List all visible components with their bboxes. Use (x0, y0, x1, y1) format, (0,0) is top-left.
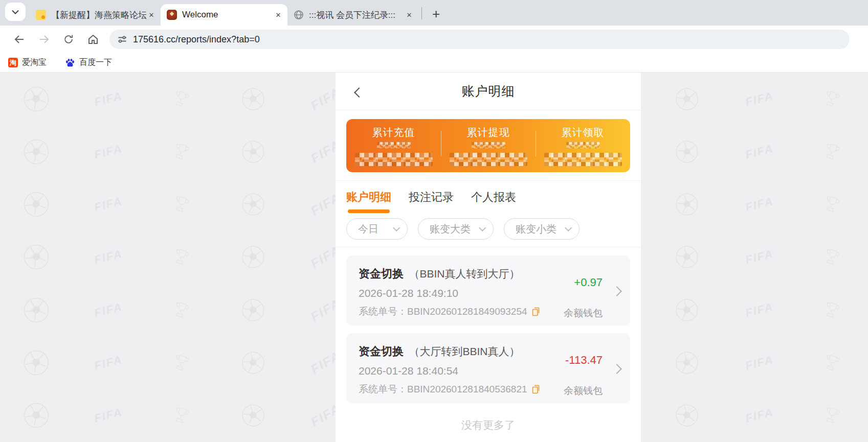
watermark-icon (18, 187, 54, 222)
watermark-icon (170, 193, 191, 216)
watermark-icon (821, 351, 842, 375)
copy-icon[interactable] (532, 307, 540, 316)
no-more-text: 没有更多了 (346, 418, 630, 432)
globe-favicon-icon (294, 10, 304, 20)
browser-tab-welcome[interactable]: Welcome ✕ (161, 4, 287, 26)
watermark-icon: FIFA (744, 300, 775, 320)
content-tabs: 账户明细 投注记录 个人报表 (346, 181, 630, 213)
page-back-button[interactable] (352, 86, 365, 99)
bookmark-baidu[interactable]: 百度一下 (65, 57, 112, 68)
transaction-amount: +0.97 (574, 276, 603, 289)
watermark-icon (170, 246, 191, 269)
tab-title: :::视讯 会员下注纪录::: (309, 9, 404, 21)
site-settings-icon[interactable] (118, 35, 127, 44)
summary-section: 累计充值 累计提现 累计领取 (336, 110, 641, 181)
chevron-down-icon (393, 224, 400, 231)
new-tab-button[interactable]: + (427, 6, 445, 21)
watermark-icon: FIFA (93, 89, 124, 109)
summary-card: 累计充值 累计提现 累计领取 (346, 119, 630, 172)
order-label: 系统单号： (359, 305, 407, 318)
watermark-icon (170, 298, 191, 322)
summary-label: 累计提现 (441, 126, 536, 139)
browser-tab-records[interactable]: :::视讯 会员下注纪录::: ✕ (287, 4, 418, 26)
watermark-icon (170, 87, 191, 111)
watermark-icon: FIFA (93, 142, 124, 162)
tab-search-button[interactable] (5, 3, 26, 21)
arrow-left-icon (13, 33, 26, 45)
taobao-icon: 淘 (8, 58, 18, 67)
transaction-detail: （大厅转到BBIN真人） (409, 345, 520, 357)
transaction-row[interactable]: 资金切换 （大厅转到BBIN真人） 2026-01-28 18:40:54 系统… (346, 333, 630, 404)
censored-value-mosaic (472, 142, 505, 148)
censored-value-mosaic (355, 153, 433, 166)
watermark-icon (18, 134, 54, 170)
watermark-icon (673, 348, 702, 377)
watermark-icon (673, 296, 702, 324)
watermark-icon (673, 137, 702, 166)
watermark-icon: FIFA (93, 247, 124, 267)
close-icon[interactable]: ✕ (273, 10, 283, 20)
transaction-datetime: 2026-01-28 18:49:10 (359, 287, 564, 299)
watermark-icon (821, 140, 842, 164)
watermark-icon: FIFA (744, 195, 775, 215)
watermark-icon (821, 404, 842, 428)
tabs-section: 账户明细 投注记录 个人报表 今日 账变大类 账变小类 (336, 181, 641, 247)
tab-account-detail[interactable]: 账户明细 (346, 190, 391, 213)
close-icon[interactable]: ✕ (404, 10, 414, 20)
tab-bet-records[interactable]: 投注记录 (409, 190, 454, 213)
home-button[interactable] (81, 30, 105, 49)
summary-deposit: 累计充值 (346, 126, 441, 172)
watermark-icon: FIFA (744, 142, 775, 162)
address-bar[interactable]: 175616.cc/reports/index?tab=0 (109, 30, 850, 49)
watermark-icon (18, 81, 54, 117)
transaction-amount-block: -113.47 余额钱包 (564, 344, 603, 393)
filter-major-category-dropdown[interactable]: 账变大类 (418, 218, 494, 240)
home-icon (87, 33, 99, 45)
watermark-icon (18, 292, 54, 328)
transaction-list: 资金切换 （BBIN真人转到大厅） 2026-01-28 18:49:10 系统… (336, 247, 641, 432)
watermark-icon: FIFA (744, 247, 775, 267)
filter-date-dropdown[interactable]: 今日 (346, 218, 408, 240)
chevron-down-icon (12, 10, 19, 14)
watermark-icon: FIFA (744, 406, 775, 426)
watermark-icon (239, 137, 268, 166)
watermark-icon (239, 296, 268, 324)
filter-label: 今日 (358, 222, 379, 236)
watermark-icon (673, 243, 702, 272)
transaction-amount-block: +0.97 余额钱包 (564, 266, 603, 316)
watermark-icon: FIFA (93, 195, 124, 215)
forward-button[interactable] (32, 30, 56, 49)
watermark-icon (673, 85, 702, 113)
censored-value-mosaic (566, 142, 600, 148)
tab-title: 【新提醒】海燕策略论坛 - 综合 (51, 9, 146, 21)
browser-tab-forum[interactable]: 【新提醒】海燕策略论坛 - 综合 ✕ (30, 4, 161, 26)
reload-icon (63, 34, 74, 45)
bookmark-label: 爱淘宝 (22, 57, 47, 68)
account-detail-panel: 账户明细 累计充值 累计提现 累计领取 (336, 73, 641, 442)
chevron-right-icon[interactable] (611, 285, 623, 297)
watermark-icon (821, 193, 842, 216)
reload-button[interactable] (56, 30, 81, 49)
filter-minor-category-dropdown[interactable]: 账变小类 (504, 218, 580, 240)
wallet-label: 余额钱包 (564, 384, 603, 398)
bookmark-taobao[interactable]: 淘 爱淘宝 (8, 57, 47, 68)
watermark-icon (821, 298, 842, 322)
watermark-icon (673, 190, 702, 219)
back-button[interactable] (7, 30, 32, 49)
watermark-icon (239, 348, 268, 377)
chevron-right-icon[interactable] (611, 363, 623, 375)
watermark-icon: FIFA (93, 353, 124, 373)
baidu-paw-icon (65, 58, 75, 68)
tab-title: Welcome (182, 10, 273, 20)
transaction-row[interactable]: 资金切换 （BBIN真人转到大厅） 2026-01-28 18:49:10 系统… (346, 255, 630, 326)
watermark-icon (821, 87, 842, 111)
tab-personal-report[interactable]: 个人报表 (471, 190, 516, 213)
transaction-datetime: 2026-01-28 18:40:54 (359, 365, 564, 377)
watermark-icon (239, 85, 268, 113)
bookmarks-bar: 淘 爱淘宝 百度一下 (0, 53, 868, 73)
forum-favicon-icon (36, 10, 46, 20)
watermark-icon (170, 404, 191, 428)
copy-icon[interactable] (532, 385, 540, 394)
close-icon[interactable]: ✕ (146, 10, 157, 20)
summary-claimed: 累计领取 (536, 126, 630, 172)
